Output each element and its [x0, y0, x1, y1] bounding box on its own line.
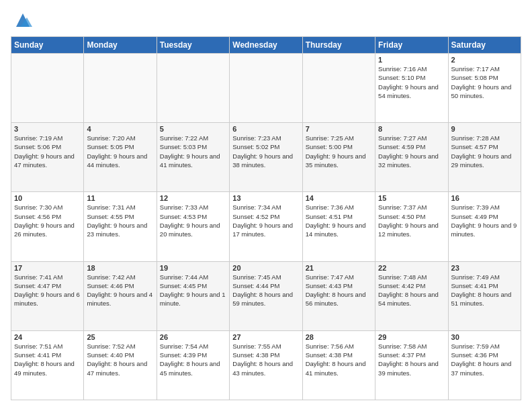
calendar-cell: 8Sunrise: 7:27 AM Sunset: 4:59 PM Daylig… [375, 123, 448, 192]
calendar-table: SundayMondayTuesdayWednesdayThursdayFrid… [11, 36, 521, 400]
day-info: Sunrise: 7:19 AM Sunset: 5:06 PM Dayligh… [14, 134, 81, 169]
day-number: 28 [306, 333, 372, 341]
calendar-cell: 17Sunrise: 7:41 AM Sunset: 4:47 PM Dayli… [11, 261, 84, 330]
day-number: 6 [232, 125, 299, 133]
calendar-weekday-thursday: Thursday [302, 37, 375, 54]
calendar-cell: 14Sunrise: 7:36 AM Sunset: 4:51 PM Dayli… [302, 192, 375, 261]
calendar-weekday-wednesday: Wednesday [230, 37, 302, 54]
day-number: 2 [451, 56, 518, 64]
day-number: 20 [232, 264, 299, 272]
calendar-weekday-saturday: Saturday [448, 37, 521, 54]
day-number: 23 [451, 264, 518, 272]
day-info: Sunrise: 7:55 AM Sunset: 4:38 PM Dayligh… [232, 342, 299, 377]
calendar-cell: 20Sunrise: 7:45 AM Sunset: 4:44 PM Dayli… [230, 261, 302, 330]
day-info: Sunrise: 7:52 AM Sunset: 4:40 PM Dayligh… [87, 342, 153, 377]
calendar-weekday-tuesday: Tuesday [157, 37, 229, 54]
calendar-cell: 19Sunrise: 7:44 AM Sunset: 4:45 PM Dayli… [157, 261, 229, 330]
day-info: Sunrise: 7:58 AM Sunset: 4:37 PM Dayligh… [378, 342, 445, 377]
day-number: 19 [160, 264, 226, 272]
calendar-weekday-sunday: Sunday [11, 37, 84, 54]
calendar-cell: 18Sunrise: 7:42 AM Sunset: 4:46 PM Dayli… [84, 261, 157, 330]
day-number: 22 [378, 264, 445, 272]
day-info: Sunrise: 7:37 AM Sunset: 4:50 PM Dayligh… [378, 203, 445, 238]
calendar-cell: 29Sunrise: 7:58 AM Sunset: 4:37 PM Dayli… [375, 330, 448, 400]
calendar-cell: 2Sunrise: 7:17 AM Sunset: 5:08 PM Daylig… [448, 54, 521, 123]
day-number: 17 [14, 264, 81, 272]
calendar-cell: 25Sunrise: 7:52 AM Sunset: 4:40 PM Dayli… [84, 330, 157, 400]
calendar-cell [11, 54, 84, 123]
day-info: Sunrise: 7:48 AM Sunset: 4:42 PM Dayligh… [378, 273, 445, 308]
calendar-cell [230, 54, 302, 123]
day-number: 29 [378, 333, 445, 341]
day-info: Sunrise: 7:54 AM Sunset: 4:39 PM Dayligh… [160, 342, 226, 377]
calendar-cell: 5Sunrise: 7:22 AM Sunset: 5:03 PM Daylig… [157, 123, 229, 192]
calendar-week-row: 1Sunrise: 7:16 AM Sunset: 5:10 PM Daylig… [11, 54, 521, 123]
day-number: 9 [451, 125, 518, 133]
calendar-cell [302, 54, 375, 123]
calendar-cell: 28Sunrise: 7:56 AM Sunset: 4:38 PM Dayli… [302, 330, 375, 400]
calendar-week-row: 3Sunrise: 7:19 AM Sunset: 5:06 PM Daylig… [11, 123, 521, 192]
day-number: 13 [232, 194, 299, 202]
day-info: Sunrise: 7:20 AM Sunset: 5:05 PM Dayligh… [87, 134, 153, 169]
day-info: Sunrise: 7:27 AM Sunset: 4:59 PM Dayligh… [378, 134, 445, 169]
day-info: Sunrise: 7:33 AM Sunset: 4:53 PM Dayligh… [160, 203, 226, 238]
day-number: 27 [232, 333, 299, 341]
calendar-cell [84, 54, 157, 123]
calendar-cell: 4Sunrise: 7:20 AM Sunset: 5:05 PM Daylig… [84, 123, 157, 192]
day-info: Sunrise: 7:31 AM Sunset: 4:55 PM Dayligh… [87, 203, 153, 238]
day-info: Sunrise: 7:28 AM Sunset: 4:57 PM Dayligh… [451, 134, 518, 169]
calendar-cell: 6Sunrise: 7:23 AM Sunset: 5:02 PM Daylig… [230, 123, 302, 192]
day-number: 30 [451, 333, 518, 341]
day-number: 18 [87, 264, 153, 272]
day-number: 7 [306, 125, 372, 133]
calendar-cell: 16Sunrise: 7:39 AM Sunset: 4:49 PM Dayli… [448, 192, 521, 261]
calendar-cell: 23Sunrise: 7:49 AM Sunset: 4:41 PM Dayli… [448, 261, 521, 330]
day-info: Sunrise: 7:16 AM Sunset: 5:10 PM Dayligh… [378, 64, 445, 100]
calendar-cell [157, 54, 229, 123]
day-info: Sunrise: 7:22 AM Sunset: 5:03 PM Dayligh… [160, 134, 226, 169]
calendar-cell: 21Sunrise: 7:47 AM Sunset: 4:43 PM Dayli… [302, 261, 375, 330]
day-number: 8 [378, 125, 445, 133]
calendar-week-row: 17Sunrise: 7:41 AM Sunset: 4:47 PM Dayli… [11, 261, 521, 330]
calendar-week-row: 24Sunrise: 7:51 AM Sunset: 4:41 PM Dayli… [11, 330, 521, 400]
header [11, 11, 521, 30]
day-info: Sunrise: 7:49 AM Sunset: 4:41 PM Dayligh… [451, 273, 518, 308]
calendar-cell: 24Sunrise: 7:51 AM Sunset: 4:41 PM Dayli… [11, 330, 84, 400]
day-info: Sunrise: 7:51 AM Sunset: 4:41 PM Dayligh… [14, 342, 81, 377]
day-info: Sunrise: 7:30 AM Sunset: 4:56 PM Dayligh… [14, 203, 81, 238]
day-info: Sunrise: 7:44 AM Sunset: 4:45 PM Dayligh… [160, 273, 226, 308]
calendar-weekday-monday: Monday [84, 37, 157, 54]
calendar-cell: 7Sunrise: 7:25 AM Sunset: 5:00 PM Daylig… [302, 123, 375, 192]
calendar-cell: 10Sunrise: 7:30 AM Sunset: 4:56 PM Dayli… [11, 192, 84, 261]
day-info: Sunrise: 7:47 AM Sunset: 4:43 PM Dayligh… [306, 273, 372, 308]
calendar-header-row: SundayMondayTuesdayWednesdayThursdayFrid… [11, 37, 521, 54]
day-number: 4 [87, 125, 153, 133]
day-number: 26 [160, 333, 226, 341]
day-info: Sunrise: 7:34 AM Sunset: 4:52 PM Dayligh… [232, 203, 299, 238]
calendar-cell: 13Sunrise: 7:34 AM Sunset: 4:52 PM Dayli… [230, 192, 302, 261]
calendar-cell: 30Sunrise: 7:59 AM Sunset: 4:36 PM Dayli… [448, 330, 521, 400]
calendar-cell: 15Sunrise: 7:37 AM Sunset: 4:50 PM Dayli… [375, 192, 448, 261]
day-number: 12 [160, 194, 226, 202]
calendar-cell: 11Sunrise: 7:31 AM Sunset: 4:55 PM Dayli… [84, 192, 157, 261]
day-info: Sunrise: 7:42 AM Sunset: 4:46 PM Dayligh… [87, 273, 153, 308]
calendar-cell: 9Sunrise: 7:28 AM Sunset: 4:57 PM Daylig… [448, 123, 521, 192]
day-number: 11 [87, 194, 153, 202]
day-info: Sunrise: 7:17 AM Sunset: 5:08 PM Dayligh… [451, 64, 518, 100]
calendar-weekday-friday: Friday [375, 37, 448, 54]
day-info: Sunrise: 7:25 AM Sunset: 5:00 PM Dayligh… [306, 134, 372, 169]
day-number: 15 [378, 194, 445, 202]
day-number: 21 [306, 264, 372, 272]
calendar-cell: 1Sunrise: 7:16 AM Sunset: 5:10 PM Daylig… [375, 54, 448, 123]
day-info: Sunrise: 7:56 AM Sunset: 4:38 PM Dayligh… [306, 342, 372, 377]
day-number: 10 [14, 194, 81, 202]
day-info: Sunrise: 7:41 AM Sunset: 4:47 PM Dayligh… [14, 273, 81, 308]
calendar-cell: 3Sunrise: 7:19 AM Sunset: 5:06 PM Daylig… [11, 123, 84, 192]
day-info: Sunrise: 7:23 AM Sunset: 5:02 PM Dayligh… [232, 134, 299, 169]
day-number: 1 [378, 56, 445, 64]
day-info: Sunrise: 7:36 AM Sunset: 4:51 PM Dayligh… [306, 203, 372, 238]
day-number: 25 [87, 333, 153, 341]
day-number: 3 [14, 125, 81, 133]
day-info: Sunrise: 7:59 AM Sunset: 4:36 PM Dayligh… [451, 342, 518, 377]
logo-icon [13, 11, 32, 30]
